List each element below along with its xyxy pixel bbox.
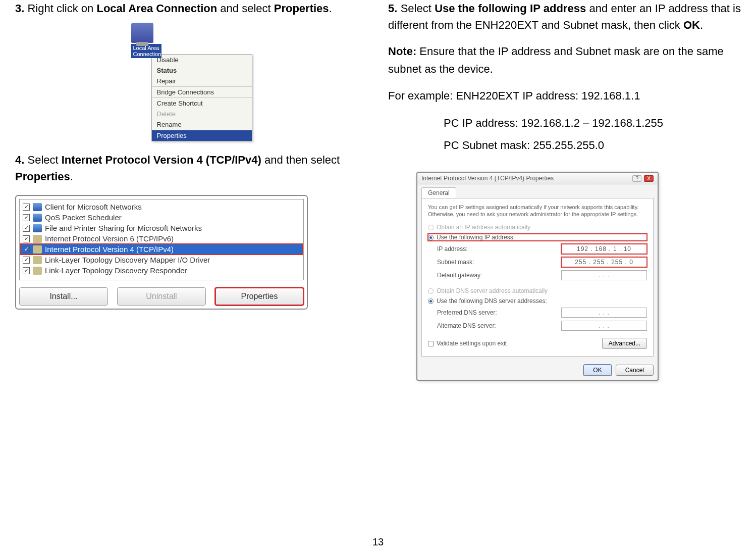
list-item[interactable]: File and Printer Sharing for Microsoft N… [21, 223, 302, 233]
subnet-mask-field[interactable]: 255 . 255 . 255 . 0 [561, 257, 647, 267]
close-icon[interactable]: X [644, 175, 654, 182]
cancel-button[interactable]: Cancel [616, 365, 654, 376]
file-share-icon [33, 224, 42, 232]
checkbox-icon[interactable] [23, 235, 30, 242]
radio-auto-ip: Obtain an IP address automatically [428, 224, 647, 231]
radio-icon[interactable] [428, 298, 434, 304]
help-icon[interactable]: ? [632, 175, 641, 182]
list-item[interactable]: Link-Layer Topology Discovery Responder [21, 265, 302, 276]
label-pdns: Preferred DNS server: [437, 309, 561, 316]
ctx-repair[interactable]: Repair [152, 76, 252, 86]
radio-use-dns[interactable]: Use the following DNS server addresses: [428, 297, 647, 305]
step-4-text: 4. Select Internet Protocol Version 4 (T… [15, 152, 368, 185]
local-area-connection-icon [131, 23, 153, 43]
pc-ip-line: PC IP address: 192.168.1.2 – 192.168.1.2… [444, 112, 741, 134]
ctx-properties[interactable]: Properties [152, 130, 252, 141]
install-button[interactable]: Install... [19, 287, 108, 306]
preferred-dns-field[interactable]: . . . [561, 308, 647, 318]
tab-general[interactable]: General [421, 187, 456, 198]
protocol-icon [33, 235, 42, 243]
label-adns: Alternate DNS server: [437, 322, 561, 329]
network-client-icon [33, 203, 42, 211]
checkbox-icon[interactable] [428, 341, 434, 346]
radio-icon[interactable] [428, 235, 434, 240]
list-item[interactable]: QoS Packet Scheduler [21, 212, 302, 223]
ip-address-field[interactable]: 192 . 168 . 1 . 10 [561, 244, 647, 254]
connection-items-figure: Client for Microsoft Networks QoS Packet… [15, 195, 308, 310]
dialog-description: You can get IP settings assigned automat… [428, 204, 647, 218]
step-3-num: 3. [15, 2, 24, 15]
label-ip: IP address: [437, 245, 561, 253]
protocol-icon [33, 267, 42, 275]
ctx-disable[interactable]: Disable [152, 55, 252, 65]
step-5-num: 5. [388, 2, 397, 15]
list-item-ipv4[interactable]: Internet Protocol Version 4 (TCP/IPv4) [21, 244, 302, 255]
checkbox-icon[interactable] [23, 267, 30, 274]
ctx-shortcut[interactable]: Create Shortcut [152, 98, 252, 109]
note-text: Note: Ensure that the IP address and Sub… [388, 42, 741, 78]
step-3-text: 3. Right click on Local Area Connection … [15, 0, 368, 17]
ctx-rename[interactable]: Rename [152, 119, 252, 130]
dialog-title: Internet Protocol Version 4 (TCP/IPv4) P… [421, 175, 554, 182]
ctx-status[interactable]: Status [152, 65, 252, 76]
protocol-icon [33, 256, 42, 264]
ok-button[interactable]: OK [583, 365, 611, 376]
uninstall-button: Uninstall [117, 287, 206, 306]
radio-icon [428, 225, 434, 230]
context-menu: Disable Status Repair Bridge Connections… [151, 54, 252, 141]
checkbox-icon[interactable] [23, 214, 30, 221]
example-line: For example: ENH220EXT IP address: 192.1… [388, 87, 741, 105]
context-menu-figure: Local Area Connection Disable Status Rep… [121, 23, 262, 141]
qos-icon [33, 214, 42, 222]
checkbox-icon[interactable] [23, 225, 30, 232]
alternate-dns-field[interactable]: . . . [561, 321, 647, 331]
page-number: 13 [0, 536, 756, 548]
validate-checkbox-row[interactable]: Validate settings upon exit [428, 340, 507, 347]
radio-icon [428, 288, 434, 294]
list-item[interactable]: Internet Protocol Version 6 (TCP/IPv6) [21, 233, 302, 244]
radio-auto-dns: Obtain DNS server address automatically [428, 287, 647, 294]
advanced-button[interactable]: Advanced... [602, 338, 647, 349]
properties-button[interactable]: Properties [215, 287, 304, 306]
ipv4-properties-dialog: Internet Protocol Version 4 (TCP/IPv4) P… [416, 172, 659, 381]
label-gateway: Default gateway: [437, 272, 561, 279]
ctx-bridge[interactable]: Bridge Connections [152, 87, 252, 97]
checkbox-icon[interactable] [23, 204, 30, 211]
step-4-num: 4. [15, 154, 24, 166]
gateway-field[interactable]: . . . [561, 270, 647, 280]
label-mask: Subnet mask: [437, 259, 561, 266]
checkbox-icon[interactable] [23, 246, 30, 253]
list-item[interactable]: Client for Microsoft Networks [21, 202, 302, 212]
pc-mask-line: PC Subnet mask: 255.255.255.0 [444, 134, 741, 157]
protocol-icon [33, 245, 42, 254]
checkbox-icon[interactable] [23, 257, 30, 264]
radio-use-ip[interactable]: Use the following IP address: [428, 234, 647, 241]
list-item[interactable]: Link-Layer Topology Discovery Mapper I/O… [21, 255, 302, 265]
ctx-delete: Delete [152, 109, 252, 119]
step-5-text: 5. Select Use the following IP address a… [388, 0, 741, 33]
